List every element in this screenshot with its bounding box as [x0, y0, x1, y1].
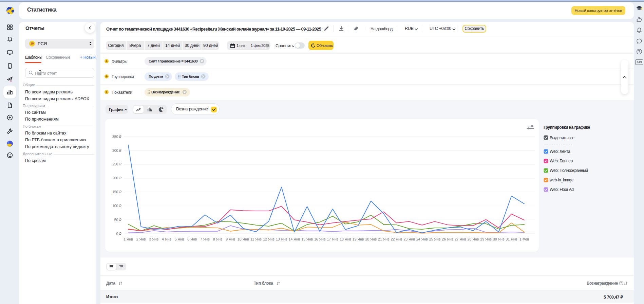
svg-text:0 ₽: 0 ₽ [116, 232, 122, 236]
svg-text:300 ₽: 300 ₽ [112, 148, 121, 153]
svg-text:1 Фев: 1 Фев [519, 237, 529, 241]
svg-text:21 Янв: 21 Янв [378, 237, 390, 241]
svg-text:9 Янв: 9 Янв [226, 237, 235, 241]
svg-text:100 ₽: 100 ₽ [112, 204, 121, 208]
svg-text:15 Янв: 15 Янв [301, 237, 313, 241]
svg-text:17 Янв: 17 Янв [327, 237, 339, 241]
svg-text:22 Янв: 22 Янв [391, 237, 402, 241]
svg-text:31 Янв: 31 Янв [506, 237, 517, 241]
svg-text:2 Янв: 2 Янв [136, 237, 146, 241]
svg-text:18 Янв: 18 Янв [340, 237, 351, 241]
svg-text:6 Янв: 6 Янв [187, 237, 197, 241]
svg-text:19 Янв: 19 Янв [353, 237, 364, 241]
svg-text:3 Янв: 3 Янв [149, 237, 158, 241]
svg-text:200 ₽: 200 ₽ [112, 176, 121, 180]
svg-text:12 Янв: 12 Янв [263, 237, 274, 241]
svg-text:25 Янв: 25 Янв [429, 237, 441, 241]
svg-text:30 Янв: 30 Янв [493, 237, 505, 241]
svg-text:50 ₽: 50 ₽ [114, 218, 122, 222]
svg-text:10 Янв: 10 Янв [238, 237, 249, 241]
svg-text:16 Янв: 16 Янв [314, 237, 326, 241]
svg-text:24 Янв: 24 Янв [416, 237, 428, 241]
svg-text:8 Янв: 8 Янв [213, 237, 223, 241]
svg-text:28 Янв: 28 Янв [468, 237, 479, 241]
svg-text:11 Янв: 11 Янв [250, 237, 262, 241]
svg-text:5 Янв: 5 Янв [175, 237, 184, 241]
svg-text:26 Янв: 26 Янв [442, 237, 453, 241]
svg-text:1 Янв: 1 Янв [124, 237, 133, 241]
svg-text:27 Янв: 27 Янв [455, 237, 466, 241]
svg-text:20 Янв: 20 Янв [365, 237, 377, 241]
svg-text:14 Янв: 14 Янв [289, 237, 300, 241]
svg-text:β: β [10, 79, 12, 82]
svg-text:250 ₽: 250 ₽ [112, 162, 121, 166]
svg-text:13 Янв: 13 Янв [276, 237, 287, 241]
svg-text:7 Янв: 7 Янв [200, 237, 210, 241]
svg-text:4 Янв: 4 Янв [162, 237, 171, 241]
svg-text:23 Янв: 23 Янв [403, 237, 415, 241]
svg-text:350 ₽: 350 ₽ [112, 135, 121, 139]
svg-text:150 ₽: 150 ₽ [112, 190, 121, 194]
svg-text:29 Янв: 29 Янв [480, 237, 492, 241]
